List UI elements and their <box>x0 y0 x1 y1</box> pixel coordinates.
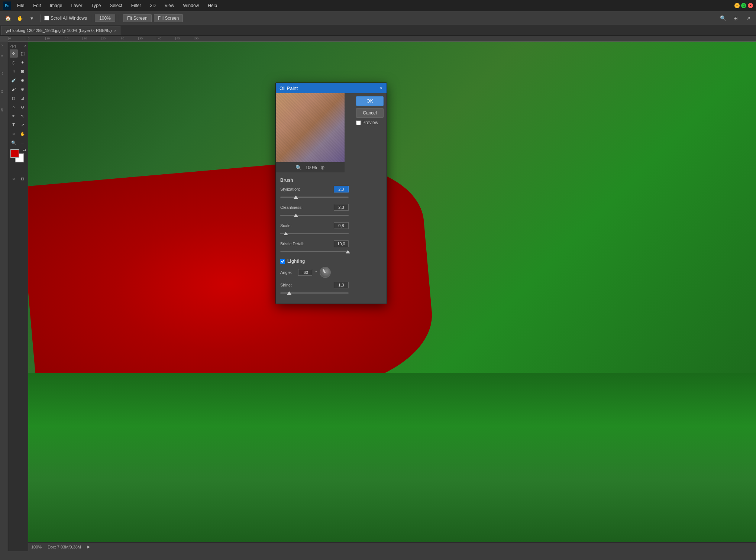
angle-row: Angle: ° <box>280 267 349 278</box>
fit-screen-button[interactable]: Fit Screen <box>123 14 152 22</box>
scroll-all-windows-checkbox[interactable] <box>44 16 49 20</box>
shine-slider-container[interactable] <box>280 289 349 296</box>
preview-label: Preview <box>362 120 378 125</box>
document-tab[interactable]: girl-looking-1204285_1920.jpg @ 100% (La… <box>1 26 120 35</box>
eraser-tool[interactable]: ◻ <box>10 94 18 102</box>
slice-tool[interactable]: ⊞ <box>19 67 27 75</box>
zoom-in-icon[interactable]: ⊕ <box>320 165 325 171</box>
cleanliness-slider-container[interactable] <box>280 212 349 219</box>
toolbox-collapse[interactable]: ◁◁ <box>10 44 16 48</box>
foreground-color-swatch[interactable] <box>10 149 19 158</box>
screen-mode-tool[interactable]: ⊡ <box>19 175 27 183</box>
hand-dropdown-icon[interactable]: ▾ <box>27 13 36 23</box>
menu-select[interactable]: Select <box>107 2 125 9</box>
path-select-tool[interactable]: ↖ <box>19 112 27 120</box>
menu-view[interactable]: View <box>162 2 177 9</box>
dialog-title-bar[interactable]: Oil Paint × <box>276 83 387 93</box>
tab-close-button[interactable]: × <box>114 29 116 33</box>
menu-filter[interactable]: Filter <box>128 2 144 9</box>
hand-tool[interactable]: ✋ <box>19 130 27 138</box>
pen-tool[interactable]: ✒ <box>10 112 18 120</box>
zoom-input[interactable] <box>95 14 115 22</box>
lasso-tool[interactable]: ◌ <box>10 58 18 67</box>
tool-row-6: ◻ ⊿ <box>10 94 27 102</box>
more-tools[interactable]: ··· <box>19 139 27 147</box>
menu-edit[interactable]: Edit <box>30 2 44 9</box>
spot-heal-tool[interactable]: ⊕ <box>19 76 27 84</box>
magic-wand-tool[interactable]: ✦ <box>19 58 27 67</box>
scroll-all-windows-checkbox-label[interactable]: Scroll All Windows <box>44 16 87 21</box>
toolbox-close[interactable]: × <box>24 44 26 48</box>
minimize-button[interactable]: − <box>734 3 740 8</box>
scale-slider-container[interactable] <box>280 230 349 237</box>
menu-type[interactable]: Type <box>88 2 104 9</box>
menu-help[interactable]: Help <box>205 2 220 9</box>
dialog-close-button[interactable]: × <box>380 85 383 91</box>
menu-layer[interactable]: Layer <box>68 2 85 9</box>
photo-background <box>28 42 756 551</box>
bristle-input[interactable] <box>334 240 349 247</box>
stylization-thumb[interactable] <box>294 195 298 199</box>
dialog-title: Oil Paint <box>280 85 298 91</box>
title-bar: Ps File Edit Image Layer Type Select Fil… <box>0 0 756 11</box>
shine-thumb[interactable] <box>287 291 291 295</box>
quick-mask-tool[interactable]: ○ <box>10 175 18 183</box>
menu-image[interactable]: Image <box>47 2 65 9</box>
tool-row-5: 🖌 ⊛ <box>10 85 27 93</box>
bristle-row: Bristle Detail: <box>280 240 349 255</box>
shape-tool[interactable]: ○ <box>10 130 18 138</box>
cleanliness-thumb[interactable] <box>294 214 298 217</box>
type-tool[interactable]: T <box>10 121 18 129</box>
angle-input[interactable] <box>298 269 312 276</box>
home-icon[interactable]: 🏠 <box>3 13 13 23</box>
zoom-tool[interactable]: 🔍 <box>10 139 18 147</box>
fill-screen-button[interactable]: Fill Screen <box>154 14 183 22</box>
tool-row-8: ✒ ↖ <box>10 112 27 120</box>
menu-window[interactable]: Window <box>180 2 202 9</box>
cancel-button[interactable]: Cancel <box>356 108 384 118</box>
tool-row-2: ◌ ✦ <box>10 58 27 67</box>
scale-input[interactable] <box>334 222 349 229</box>
zoom-out-icon[interactable]: 🔍 <box>295 165 302 171</box>
scroll-all-windows-label: Scroll All Windows <box>51 16 87 21</box>
stylization-slider-container[interactable] <box>280 194 349 200</box>
panels-icon[interactable]: ⊞ <box>731 13 740 23</box>
lighting-section: Lighting Angle: ° <box>280 259 349 296</box>
lighting-checkbox[interactable] <box>280 259 285 264</box>
dodge-tool[interactable]: ⊖ <box>19 103 27 111</box>
shine-input[interactable] <box>334 282 349 288</box>
angle-label: Angle: <box>280 270 295 275</box>
search-icon[interactable]: 🔍 <box>718 13 728 23</box>
direct-select-tool[interactable]: ↗ <box>19 121 27 129</box>
cleanliness-input[interactable] <box>334 204 349 211</box>
menu-file[interactable]: File <box>14 2 27 9</box>
tool-row-10: ○ ✋ <box>10 130 27 138</box>
share-icon[interactable]: ↗ <box>743 13 753 23</box>
brush-tool[interactable]: 🖌 <box>10 85 18 93</box>
menu-3d[interactable]: 3D <box>147 2 158 9</box>
move-tool[interactable]: ✛ <box>10 49 18 58</box>
gradient-tool[interactable]: ⊿ <box>19 94 27 102</box>
title-bar-controls: − □ × <box>734 3 753 8</box>
ok-button[interactable]: OK <box>356 96 384 106</box>
dialog-controls: Brush Stylization: <box>276 172 353 304</box>
bristle-thumb[interactable] <box>346 250 350 253</box>
close-button[interactable]: × <box>748 3 753 8</box>
scale-thumb[interactable] <box>284 232 288 235</box>
eyedropper-tool[interactable]: 💉 <box>10 76 18 84</box>
blur-tool[interactable]: ○ <box>10 103 18 111</box>
preview-checkbox-label[interactable]: Preview <box>356 120 384 125</box>
clone-stamp-tool[interactable]: ⊛ <box>19 85 27 93</box>
bristle-slider-container[interactable] <box>280 248 349 255</box>
shine-label: Shine: <box>280 283 292 287</box>
maximize-button[interactable]: □ <box>741 3 746 8</box>
marquee-tool[interactable]: ⬚ <box>19 49 27 58</box>
top-toolbar: 🏠 ✋ ▾ Scroll All Windows Fit Screen Fill… <box>0 11 756 25</box>
stylization-input[interactable] <box>334 186 349 192</box>
swap-colors-icon[interactable]: ⇄ <box>23 148 26 152</box>
crop-tool[interactable]: ⌗ <box>10 67 18 75</box>
angle-wheel[interactable] <box>320 267 331 278</box>
preview-checkbox[interactable] <box>356 120 361 125</box>
tool-row-extra: ○ ⊡ <box>10 175 27 183</box>
hand-tool-icon[interactable]: ✋ <box>15 13 25 23</box>
